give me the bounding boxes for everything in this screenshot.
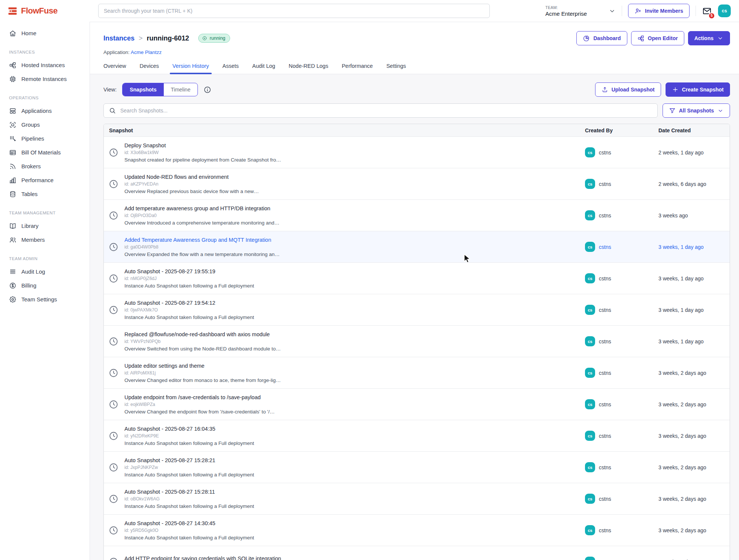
- sidebar-item[interactable]: Library: [0, 219, 90, 233]
- view-toggle-snapshots[interactable]: Snapshots: [123, 83, 164, 96]
- snapshot-id: id: yN2DReKP9E: [124, 433, 254, 439]
- snapshot-title[interactable]: Auto Snapshot - 2025-08-27 15:28:11: [124, 489, 254, 495]
- info-icon[interactable]: [203, 86, 211, 94]
- table-row[interactable]: Replaced @flowfuse/node-red-dashboard wi…: [104, 326, 730, 357]
- date-created: 3 weeks, 1 day ago: [651, 276, 730, 281]
- avatar: cs: [585, 557, 595, 560]
- team-search-input[interactable]: [98, 4, 490, 18]
- table-row[interactable]: Update endpoint from /save-credentials t…: [104, 389, 730, 420]
- sidebar-item[interactable]: Tables: [0, 187, 90, 201]
- application-line: Application: Acme Plantzz: [103, 49, 730, 55]
- clock-icon: [109, 337, 118, 346]
- sidebar-item-icon: [9, 61, 16, 69]
- snapshot-title[interactable]: Replaced @flowfuse/node-red-dashboard wi…: [124, 331, 281, 337]
- tab[interactable]: Assets: [223, 63, 239, 74]
- sidebar-item-icon: [9, 30, 16, 37]
- tab[interactable]: Node-RED Logs: [289, 63, 328, 74]
- table-row[interactable]: Update editor settings and theme id: AlR…: [104, 357, 730, 389]
- sidebar-item-label: Library: [21, 223, 39, 229]
- sidebar-item-icon: [9, 296, 16, 303]
- tab[interactable]: Audit Log: [252, 63, 275, 74]
- sidebar-section-label: TEAM ADMIN: [0, 256, 90, 261]
- author-name: cstns: [599, 213, 611, 219]
- avatar: cs: [585, 305, 595, 315]
- column-header-created-by: Created By: [580, 127, 651, 133]
- dashboard-button[interactable]: Dashboard: [576, 31, 627, 45]
- actions-button[interactable]: Actions: [688, 31, 730, 45]
- invite-members-button[interactable]: Invite Members: [628, 4, 690, 18]
- snapshot-title[interactable]: Auto Snapshot - 2025-08-27 19:55:19: [124, 268, 254, 274]
- upload-icon: [601, 86, 608, 93]
- tab[interactable]: Performance: [342, 63, 373, 74]
- sidebar-item[interactable]: Pipelines: [0, 132, 90, 145]
- sidebar-item-label: Applications: [21, 108, 52, 114]
- flowfuse-logo[interactable]: FlowFuse: [0, 6, 90, 16]
- table-row[interactable]: Auto Snapshot - 2025-08-27 14:30:45 id: …: [104, 515, 730, 546]
- sidebar-item[interactable]: Audit Log: [0, 265, 90, 279]
- clock-icon: [109, 148, 118, 157]
- sidebar-item[interactable]: Remote Instances: [0, 72, 90, 86]
- snapshot-title[interactable]: Add HTTP endpoint for saving credentials…: [124, 556, 281, 560]
- snapshot-title[interactable]: Add temperature awareness group and HTTP…: [124, 205, 279, 211]
- snapshot-title[interactable]: Deploy Snapshot: [124, 142, 281, 148]
- author-name: cstns: [599, 244, 611, 250]
- sidebar-item-label: Remote Instances: [21, 76, 67, 82]
- snapshot-title[interactable]: Auto Snapshot - 2025-08-27 16:04:35: [124, 426, 254, 432]
- tab-label: Performance: [342, 63, 373, 69]
- sidebar-item[interactable]: Applications: [0, 104, 90, 118]
- sidebar-item-icon: [9, 149, 16, 156]
- snapshot-title[interactable]: Updated Node-RED flows and environment: [124, 174, 259, 180]
- sidebar-item[interactable]: Hosted Instances: [0, 58, 90, 72]
- table-row[interactable]: Auto Snapshot - 2025-08-27 19:54:12 id: …: [104, 294, 730, 326]
- application-link[interactable]: Acme Plantzz: [131, 49, 162, 55]
- snapshot-description: Instance Auto Snapshot taken following a…: [124, 440, 254, 446]
- snapshot-filter-button[interactable]: All Snapshots: [663, 103, 730, 118]
- snapshot-title[interactable]: Auto Snapshot - 2025-08-27 14:30:45: [124, 520, 254, 526]
- snapshot-title[interactable]: Auto Snapshot - 2025-08-27 19:54:12: [124, 300, 254, 306]
- snapshot-title[interactable]: Update endpoint from /save-credentials t…: [124, 394, 275, 400]
- view-toggle-timeline[interactable]: Timeline: [164, 83, 197, 96]
- table-row[interactable]: Added Temperature Awareness Group and MQ…: [104, 231, 730, 263]
- open-editor-button[interactable]: Open Editor: [631, 31, 684, 45]
- table-row[interactable]: Add HTTP endpoint for saving credentials…: [104, 546, 730, 560]
- table-row[interactable]: Deploy Snapshot id: X3o6Bw1k9W Snapshot …: [104, 137, 730, 168]
- team-selector[interactable]: TEAM: Acme Enterprise: [545, 5, 616, 17]
- sidebar-item[interactable]: Bill Of Materials: [0, 145, 90, 159]
- table-row[interactable]: Auto Snapshot - 2025-08-27 16:04:35 id: …: [104, 420, 730, 452]
- snapshot-description: Snapshot created for pipeline deployment…: [124, 157, 281, 163]
- tab[interactable]: Settings: [386, 63, 406, 74]
- sidebar-item[interactable]: Billing: [0, 279, 90, 292]
- snapshot-search: [103, 103, 658, 118]
- snapshot-title[interactable]: Update editor settings and theme: [124, 363, 281, 369]
- sidebar-item[interactable]: Members: [0, 233, 90, 247]
- snapshot-title[interactable]: Auto Snapshot - 2025-08-27 15:28:21: [124, 457, 254, 463]
- sidebar-item[interactable]: Groups: [0, 118, 90, 132]
- flowfuse-logo-icon: [7, 6, 18, 16]
- table-row[interactable]: Auto Snapshot - 2025-08-27 19:55:19 id: …: [104, 263, 730, 294]
- upload-snapshot-button[interactable]: Upload Snapshot: [595, 82, 661, 97]
- avatar: cs: [585, 399, 595, 409]
- snapshot-title[interactable]: Added Temperature Awareness Group and MQ…: [124, 237, 280, 243]
- chevron-down-icon: [717, 35, 724, 42]
- sidebar-item[interactable]: Brokers: [0, 159, 90, 173]
- breadcrumb-instances-link[interactable]: Instances: [103, 34, 135, 42]
- avatar: cs: [585, 462, 595, 472]
- notifications-button[interactable]: 5: [702, 6, 712, 16]
- sidebar-item[interactable]: Performance: [0, 173, 90, 187]
- snapshot-search-input[interactable]: [120, 108, 652, 114]
- sidebar-item[interactable]: Home: [0, 26, 90, 40]
- create-snapshot-button[interactable]: Create Snapshot: [666, 82, 730, 97]
- table-row[interactable]: Auto Snapshot - 2025-08-27 15:28:21 id: …: [104, 452, 730, 483]
- table-row[interactable]: Auto Snapshot - 2025-08-27 15:28:11 id: …: [104, 483, 730, 515]
- sidebar-item[interactable]: Team Settings: [0, 292, 90, 306]
- tab[interactable]: Devices: [139, 63, 159, 74]
- sidebar-item-label: Brokers: [21, 163, 41, 169]
- table-row[interactable]: Add temperature awareness group and HTTP…: [104, 200, 730, 231]
- avatar: cs: [585, 336, 595, 346]
- tab[interactable]: Version History: [172, 63, 209, 74]
- sidebar-section-label: TEAM MANAGEMENT: [0, 211, 90, 215]
- table-row[interactable]: Updated Node-RED flows and environment i…: [104, 168, 730, 200]
- tab[interactable]: Overview: [103, 63, 126, 74]
- date-created: 3 weeks, 2 days ago: [651, 464, 730, 470]
- user-avatar[interactable]: cs: [718, 4, 731, 17]
